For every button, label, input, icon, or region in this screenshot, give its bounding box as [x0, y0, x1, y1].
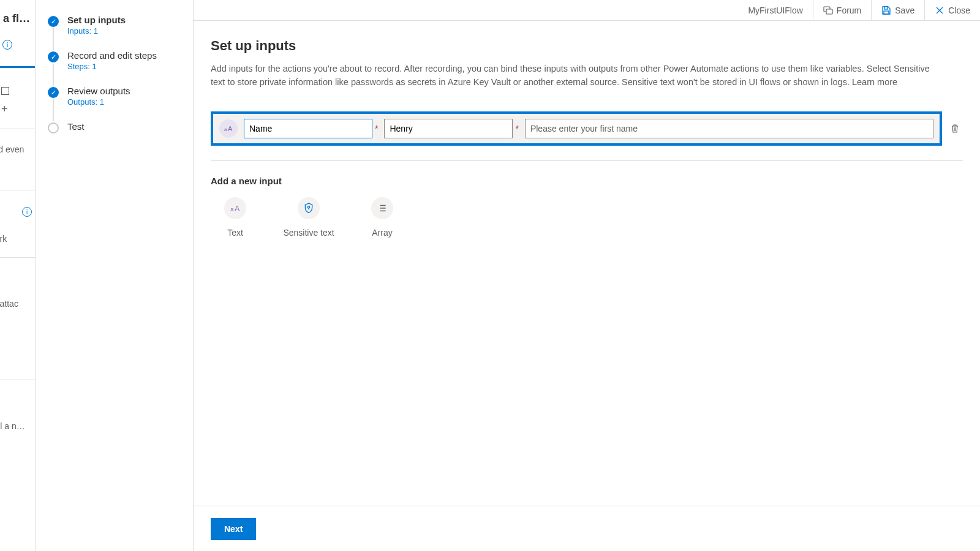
- forum-button[interactable]: Forum: [813, 0, 871, 20]
- add-array-input-button[interactable]: Array: [358, 197, 407, 238]
- info-icon: i: [22, 207, 32, 217]
- main-content: Set up inputs Add inputs for the actions…: [194, 21, 980, 551]
- close-button[interactable]: Close: [924, 0, 980, 20]
- add-input-heading: Add a new input: [211, 176, 963, 186]
- svg-text:A: A: [228, 125, 233, 132]
- delete-input-button[interactable]: [947, 121, 963, 137]
- svg-text:a: a: [230, 206, 233, 212]
- empty-step-icon: [48, 122, 59, 133]
- input-row-card: aA * *: [211, 111, 942, 146]
- step-title: Review outputs: [67, 86, 130, 96]
- close-icon: [935, 6, 944, 15]
- divider: [211, 160, 963, 161]
- next-button[interactable]: Next: [211, 518, 256, 540]
- close-label: Close: [948, 6, 970, 15]
- step-review-outputs[interactable]: ✓ Review outputs Outputs: 1: [48, 86, 181, 107]
- page-title: Set up inputs: [211, 38, 963, 54]
- add-text-input-button[interactable]: aA Text: [211, 197, 260, 238]
- step-subtitle: Steps: 1: [67, 62, 157, 71]
- step-title: Record and edit steps: [67, 50, 157, 61]
- divider: [0, 380, 36, 380]
- partial-text: e work: [0, 234, 7, 244]
- text-type-icon: aA: [219, 119, 238, 138]
- divider: [0, 190, 36, 190]
- divider: [0, 129, 36, 129]
- save-label: Save: [895, 6, 914, 15]
- partial-text: nated even: [0, 144, 24, 154]
- input-type-options: aA Text Sensitive text Array: [211, 197, 963, 238]
- flow-name: MyFirstUIFlow: [738, 6, 812, 15]
- check-icon: ✓: [48, 16, 59, 27]
- active-tab-indicator: [0, 66, 36, 68]
- input-sample-value-field[interactable]: [384, 119, 513, 138]
- step-title: Test: [67, 121, 85, 132]
- square-icon: [1, 87, 9, 95]
- input-definition-row: aA * *: [211, 111, 963, 146]
- plus-icon[interactable]: +: [1, 103, 8, 116]
- required-asterisk: *: [375, 124, 378, 133]
- shield-icon: [298, 197, 320, 219]
- list-icon: [371, 197, 393, 219]
- top-bar: MyFirstUIFlow Forum Save Close: [194, 0, 980, 21]
- svg-text:A: A: [235, 204, 240, 212]
- info-icon: i: [2, 40, 12, 50]
- svg-point-10: [307, 206, 309, 208]
- input-description-field[interactable]: [525, 119, 933, 138]
- type-label: Sensitive text: [283, 228, 334, 238]
- step-subtitle: Inputs: 1: [67, 26, 126, 36]
- svg-text:a: a: [224, 127, 227, 132]
- partial-text: mail attac: [0, 299, 18, 309]
- steps-sidebar: ✓ Set up inputs Inputs: 1 ✓ Record and e…: [36, 0, 194, 551]
- step-setup-inputs[interactable]: ✓ Set up inputs Inputs: 1: [48, 15, 181, 36]
- required-asterisk: *: [515, 124, 518, 133]
- input-name-field[interactable]: [244, 119, 372, 138]
- page-description: Add inputs for the actions you're about …: [211, 62, 946, 89]
- step-title: Set up inputs: [67, 15, 126, 25]
- type-label: Array: [372, 228, 392, 238]
- forum-icon: [823, 6, 833, 15]
- partial-text: email a n…: [0, 421, 25, 431]
- svg-rect-1: [826, 9, 832, 14]
- save-icon: [881, 6, 891, 15]
- step-record-edit[interactable]: ✓ Record and edit steps Steps: 1: [48, 50, 181, 71]
- step-test[interactable]: Test: [48, 121, 181, 133]
- check-icon: ✓: [48, 87, 59, 98]
- divider: [0, 257, 36, 258]
- trash-icon: [950, 124, 960, 133]
- check-icon: ✓: [48, 51, 59, 62]
- left-rail-partial: ake a fl… i + nated even ate i e work ma…: [0, 0, 36, 551]
- add-sensitive-text-button[interactable]: Sensitive text: [284, 197, 333, 238]
- svg-rect-2: [884, 7, 888, 9]
- footer: Next: [194, 506, 980, 551]
- text-icon: aA: [224, 197, 246, 219]
- save-button[interactable]: Save: [871, 0, 924, 20]
- type-label: Text: [227, 228, 243, 238]
- forum-label: Forum: [837, 6, 861, 15]
- step-subtitle: Outputs: 1: [67, 97, 130, 107]
- partial-title: ake a fl…: [0, 12, 30, 25]
- svg-rect-3: [884, 11, 889, 14]
